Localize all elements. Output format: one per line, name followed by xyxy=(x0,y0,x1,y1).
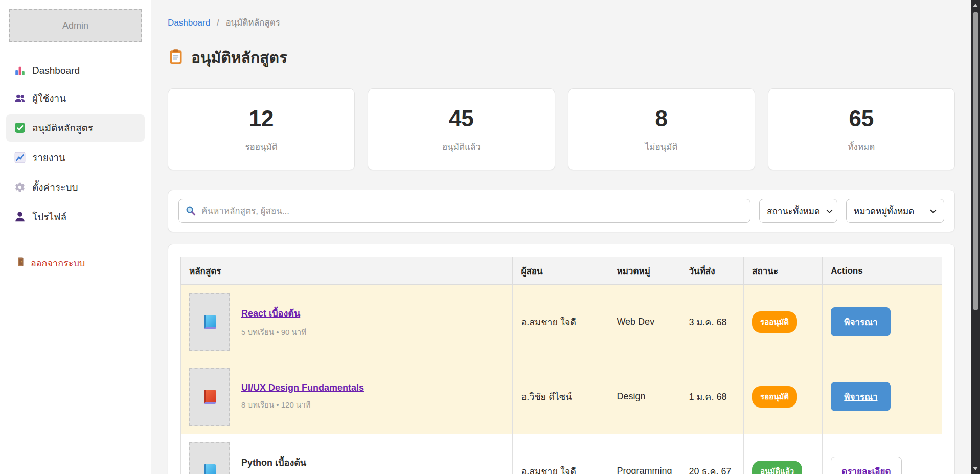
chevron-down-icon xyxy=(930,206,937,216)
course-meta: 5 บทเรียน • 90 นาที xyxy=(241,326,306,338)
sidebar-item-label: รายงาน xyxy=(32,150,65,165)
status-filter-value: สถานะทั้งหมด xyxy=(767,204,820,218)
sidebar-divider xyxy=(9,242,142,242)
door-icon xyxy=(15,257,26,269)
logout-label: ออกจากระบบ xyxy=(31,256,85,270)
sidebar-item-course-approval[interactable]: อนุมัติหลักสูตร xyxy=(6,114,145,142)
category-filter-select[interactable]: หมวดหมู่ทั้งหมด xyxy=(846,199,944,223)
sidebar-nav: Dashboard ผู้ใช้งาน อนุมัติหลักสูตร รายง… xyxy=(0,59,151,231)
date-cell: 3 ม.ค. 68 xyxy=(680,285,744,359)
main-content: Dashboard / อนุมัติหลักสูตร อนุมัติหลักส… xyxy=(151,0,971,474)
category-filter-value: หมวดหมู่ทั้งหมด xyxy=(854,204,914,218)
bar-chart-icon xyxy=(14,65,26,76)
column-header-date: วันที่ส่ง xyxy=(680,257,744,285)
stat-card-rejected: 8 ไม่อนุมัติ xyxy=(568,88,755,170)
breadcrumb: Dashboard / อนุมัติหลักสูตร xyxy=(168,15,955,29)
stat-label: ไม่อนุมัติ xyxy=(645,140,678,153)
stat-label: ทั้งหมด xyxy=(848,140,875,153)
scrollbar-up-arrow-icon[interactable] xyxy=(973,4,978,7)
sidebar-item-users[interactable]: ผู้ใช้งาน xyxy=(6,84,145,112)
person-icon xyxy=(14,211,26,222)
filter-bar: สถานะทั้งหมด หมวดหมู่ทั้งหมด xyxy=(168,190,955,232)
courses-table: หลักสูตร ผู้สอน หมวดหมู่ วันที่ส่ง สถานะ… xyxy=(180,257,942,474)
course-thumbnail xyxy=(189,368,230,426)
stat-value: 45 xyxy=(449,106,474,131)
page-title: อนุมัติหลักสูตร xyxy=(168,46,955,70)
stats-row: 12 รออนุมัติ 45 อนุมัติแล้ว 8 ไม่อนุมัติ… xyxy=(168,88,955,170)
users-icon xyxy=(14,93,26,104)
view-details-button[interactable]: ดูรายละเอียด xyxy=(831,457,901,474)
blue-book-icon xyxy=(204,464,216,474)
course-meta: 8 บทเรียน • 120 นาที xyxy=(241,399,364,411)
course-title-link[interactable]: React เบื้องต้น xyxy=(241,308,300,319)
scrollbar-down-arrow-icon[interactable] xyxy=(973,467,978,470)
status-badge: รออนุมัติ xyxy=(752,311,797,333)
column-header-category: หมวดหมู่ xyxy=(608,257,680,285)
date-cell: 20 ธ.ค. 67 xyxy=(680,434,744,474)
chevron-down-icon xyxy=(826,206,833,216)
column-header-course: หลักสูตร xyxy=(181,257,513,285)
date-cell: 1 ม.ค. 68 xyxy=(680,359,744,434)
admin-logo: Admin xyxy=(9,9,142,42)
red-book-icon xyxy=(204,390,216,404)
search-input[interactable] xyxy=(178,199,750,223)
sidebar: Admin Dashboard ผู้ใช้งาน อนุมัติหลักสูต… xyxy=(0,0,151,474)
column-header-status: สถานะ xyxy=(744,257,823,285)
trend-chart-icon xyxy=(14,152,26,163)
logout-link[interactable]: ออกจากระบบ xyxy=(15,256,85,270)
sidebar-item-profile[interactable]: โปรไฟล์ xyxy=(6,203,145,231)
course-thumbnail xyxy=(189,293,230,351)
status-badge: รออนุมัติ xyxy=(752,386,797,408)
vertical-scrollbar[interactable] xyxy=(971,0,980,474)
sidebar-item-label: โปรไฟล์ xyxy=(32,209,66,224)
app-window: Admin Dashboard ผู้ใช้งาน อนุมัติหลักสูต… xyxy=(0,0,980,474)
breadcrumb-separator: / xyxy=(217,18,219,28)
stat-card-total: 65 ทั้งหมด xyxy=(768,88,955,170)
course-thumbnail xyxy=(189,442,230,474)
status-badge: อนุมัติแล้ว xyxy=(752,461,802,474)
instructor-cell: อ.สมชาย ใจดี xyxy=(513,285,608,359)
instructor-cell: อ.สมชาย ใจดี xyxy=(513,434,608,474)
admin-logo-label: Admin xyxy=(62,20,88,31)
table-row: React เบื้องต้น 5 บทเรียน • 90 นาที อ.สม… xyxy=(181,285,942,359)
sidebar-item-settings[interactable]: ตั้งค่าระบบ xyxy=(6,173,145,201)
category-cell: Design xyxy=(608,359,680,434)
stat-value: 12 xyxy=(249,106,274,131)
stat-card-approved: 45 อนุมัติแล้ว xyxy=(368,88,555,170)
gear-icon xyxy=(14,182,26,193)
sidebar-item-label: อนุมัติหลักสูตร xyxy=(32,120,93,136)
breadcrumb-current: อนุมัติหลักสูตร xyxy=(225,18,280,28)
status-filter-select[interactable]: สถานะทั้งหมด xyxy=(759,199,837,223)
blue-book-icon xyxy=(204,315,216,329)
sidebar-item-label: ผู้ใช้งาน xyxy=(32,91,66,106)
instructor-cell: อ.วิชัย ดีไซน์ xyxy=(513,359,608,434)
check-square-icon xyxy=(14,122,26,133)
breadcrumb-dashboard-link[interactable]: Dashboard xyxy=(168,18,210,28)
sidebar-item-label: Dashboard xyxy=(32,65,80,76)
stat-value: 8 xyxy=(655,106,667,131)
search-box xyxy=(178,199,750,223)
sidebar-item-reports[interactable]: รายงาน xyxy=(6,144,145,171)
review-button[interactable]: พิจารณา xyxy=(831,307,891,336)
clipboard-icon xyxy=(168,49,184,67)
sidebar-item-dashboard[interactable]: Dashboard xyxy=(6,59,145,82)
stat-card-pending: 12 รออนุมัติ xyxy=(168,88,355,170)
table-row: Python เบื้องต้น 8 บทเรียน • 120 นาที อ.… xyxy=(181,434,942,474)
category-cell: Programming xyxy=(608,434,680,474)
category-cell: Web Dev xyxy=(608,285,680,359)
courses-table-card: หลักสูตร ผู้สอน หมวดหมู่ วันที่ส่ง สถานะ… xyxy=(168,244,955,474)
scrollbar-thumb[interactable] xyxy=(973,12,978,310)
stat-value: 65 xyxy=(849,106,874,131)
page-title-text: อนุมัติหลักสูตร xyxy=(191,46,287,70)
column-header-actions: Actions xyxy=(823,257,942,285)
table-row: UI/UX Design Fundamentals 8 บทเรียน • 12… xyxy=(181,359,942,434)
course-title: Python เบื้องต้น xyxy=(241,458,306,468)
table-header-row: หลักสูตร ผู้สอน หมวดหมู่ วันที่ส่ง สถานะ… xyxy=(181,257,942,285)
sidebar-item-label: ตั้งค่าระบบ xyxy=(32,179,78,195)
stat-label: รออนุมัติ xyxy=(245,140,277,153)
column-header-instructor: ผู้สอน xyxy=(513,257,608,285)
stat-label: อนุมัติแล้ว xyxy=(442,140,481,153)
course-title-link[interactable]: UI/UX Design Fundamentals xyxy=(241,382,364,393)
review-button[interactable]: พิจารณา xyxy=(831,382,891,411)
